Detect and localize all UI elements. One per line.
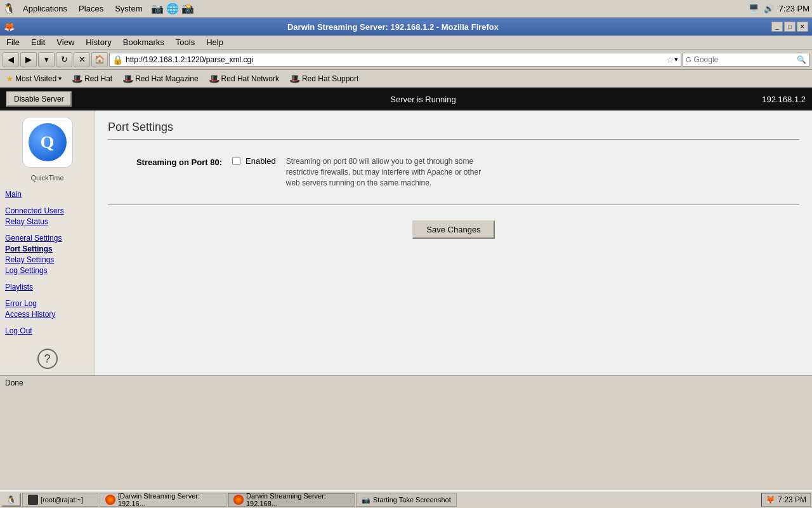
quicktime-q-letter: Q <box>41 132 55 152</box>
taskbar-darwin1-label: [Darwin Streaming Server: 192.16... <box>118 493 221 507</box>
search-submit-icon[interactable]: 🔍 <box>797 55 806 64</box>
os-apps-group: 🐧 Applications Places System 📷 🌐 📸 <box>3 3 194 15</box>
menu-file[interactable]: File <box>1 36 25 48</box>
sidebar-links: Main Connected Users Relay Status Genera… <box>5 189 89 336</box>
network-icon: 🖥️ <box>749 4 759 13</box>
most-visited-label: Most Visited <box>15 74 56 83</box>
title-bar: 🦊 Darwin Streaming Server: 192.168.1.2 -… <box>0 18 812 36</box>
tray-time: 7:23 PM <box>778 495 806 504</box>
status-text: Done <box>5 378 23 387</box>
menu-help[interactable]: Help <box>201 36 228 48</box>
save-changes-button[interactable]: Save Changes <box>412 220 494 239</box>
menu-edit[interactable]: Edit <box>26 36 50 48</box>
redhat-favicon-icon: 🎩 <box>72 74 82 84</box>
sidebar-item-playlists[interactable]: Playlists <box>5 282 89 292</box>
system-menu[interactable]: System <box>110 3 147 15</box>
sidebar-item-port-settings[interactable]: Port Settings <box>5 244 89 254</box>
reload-button[interactable]: ↻ <box>56 52 72 67</box>
search-engine-icon: G <box>686 56 691 64</box>
streaming-port-80-row: Streaming on Port 80: Enabled Streaming … <box>108 150 799 194</box>
sidebar-item-general-settings[interactable]: General Settings <box>5 233 89 243</box>
firefox-icon1 <box>105 495 115 505</box>
bookmark-red-hat-network[interactable]: 🎩 Red Hat Network <box>205 72 283 85</box>
menu-tools[interactable]: Tools <box>171 36 200 48</box>
sidebar-item-connected-users[interactable]: Connected Users <box>5 206 89 216</box>
sidebar-item-error-log[interactable]: Error Log <box>5 298 89 309</box>
camera3-icon: 📷 <box>362 496 370 504</box>
taskbar-screenshot-label: Starting Take Screenshot <box>373 496 451 504</box>
save-btn-row: Save Changes <box>108 215 799 244</box>
sidebar-item-relay-settings[interactable]: Relay Settings <box>5 255 89 265</box>
search-input[interactable] <box>694 55 797 64</box>
bookmark-red-hat-magazine[interactable]: 🎩 Red Hat Magazine <box>119 72 202 85</box>
url-text: http://192.168.1.2:1220/parse_xml.cgi <box>126 55 666 64</box>
back-button[interactable]: ◀ <box>3 52 19 67</box>
most-visited-chevron-icon: ▾ <box>58 75 62 82</box>
camera2-icon: 📸 <box>181 3 194 15</box>
url-icon: 🔒 <box>112 55 123 65</box>
bookmarks-bar: ★ Most Visited ▾ 🎩 Red Hat 🎩 Red Hat Mag… <box>0 70 812 88</box>
sidebar-item-log-settings[interactable]: Log Settings <box>5 265 89 276</box>
help-icon: ? <box>44 352 50 366</box>
os-logo-icon: 🐧 <box>3 3 15 15</box>
bookmark-star-icon[interactable]: ☆ <box>666 55 674 65</box>
sidebar-item-relay-status[interactable]: Relay Status <box>5 217 89 227</box>
clock: 7:23 PM <box>779 4 809 13</box>
enabled-label[interactable]: Enabled <box>246 156 276 166</box>
server-ip-text: 192.168.1.2 <box>762 95 806 104</box>
redhat-sup-favicon-icon: 🎩 <box>289 74 300 84</box>
main-content-panel: Port Settings Streaming on Port 80: Enab… <box>95 110 812 375</box>
taskbar-item-darwin2[interactable]: Darwin Streaming Server: 192.168... <box>228 493 355 507</box>
sidebar-item-access-history[interactable]: Access History <box>5 309 89 319</box>
most-visited-icon: ★ <box>6 74 13 83</box>
streaming-description: Streaming on port 80 will allow you to g… <box>286 156 489 188</box>
bookmark-red-hat-support[interactable]: 🎩 Red Hat Support <box>285 72 362 85</box>
window-controls: _ □ ✕ <box>771 22 808 32</box>
minimize-button[interactable]: _ <box>771 22 783 32</box>
applications-menu[interactable]: Applications <box>18 3 72 15</box>
sidebar-logo: Q <box>22 117 73 168</box>
bookmark-red-hat-label: Red Hat <box>84 74 112 83</box>
maximize-button[interactable]: □ <box>784 22 796 32</box>
menu-history[interactable]: History <box>81 36 116 48</box>
browser-icon2: 🌐 <box>166 3 179 15</box>
sidebar-item-main[interactable]: Main <box>5 189 89 199</box>
bookmark-red-hat-support-label: Red Hat Support <box>302 74 358 83</box>
server-header-bar: Disable Server Server is Running 192.168… <box>0 88 812 110</box>
window-title: Darwin Streaming Server: 192.168.1.2 - M… <box>15 22 771 32</box>
disable-server-button[interactable]: Disable Server <box>6 91 72 107</box>
os-top-bar: 🐧 Applications Places System 📷 🌐 📸 🖥️ 🔊 … <box>0 0 812 18</box>
close-button[interactable]: ✕ <box>797 22 808 32</box>
stop-button[interactable]: ✕ <box>74 52 90 67</box>
redhat-mag-favicon-icon: 🎩 <box>122 74 133 84</box>
streaming-enabled-checkbox[interactable] <box>232 157 240 165</box>
taskbar-item-darwin1[interactable]: [Darwin Streaming Server: 192.16... <box>100 493 226 507</box>
history-dropdown-button[interactable]: ▾ <box>38 52 55 67</box>
menu-bar: File Edit View History Bookmarks Tools H… <box>0 36 812 50</box>
audio-icon: 🔊 <box>764 4 774 13</box>
start-button[interactable]: 🐧 <box>1 493 21 507</box>
forward-button[interactable]: ▶ <box>20 52 37 67</box>
bookmark-red-hat[interactable]: 🎩 Red Hat <box>68 72 116 85</box>
menu-view[interactable]: View <box>51 36 79 48</box>
taskbar-item-screenshot[interactable]: 📷 Starting Take Screenshot <box>356 493 457 507</box>
bookmark-red-hat-magazine-label: Red Hat Magazine <box>135 74 198 83</box>
search-bar[interactable]: G 🔍 <box>683 53 809 67</box>
taskbar-item-terminal[interactable]: [root@rajat:~] <box>22 493 98 507</box>
sidebar-item-log-out[interactable]: Log Out <box>5 326 89 336</box>
taskbar: 🐧 [root@rajat:~] [Darwin Streaming Serve… <box>0 490 812 508</box>
terminal-icon <box>28 495 38 505</box>
url-dropdown-button[interactable]: ▾ <box>674 55 678 64</box>
quicktime-logo-icon: Q <box>29 123 67 161</box>
status-bar: Done <box>0 375 812 389</box>
bookmark-red-hat-network-label: Red Hat Network <box>221 74 279 83</box>
help-button[interactable]: ? <box>37 349 58 369</box>
places-menu[interactable]: Places <box>74 3 108 15</box>
home-button[interactable]: 🏠 <box>91 52 108 67</box>
menu-bookmarks[interactable]: Bookmarks <box>118 36 169 48</box>
taskbar-darwin2-label: Darwin Streaming Server: 192.168... <box>246 493 349 507</box>
start-icon: 🐧 <box>6 495 16 504</box>
url-bar[interactable]: 🔒 http://192.168.1.2:1220/parse_xml.cgi … <box>109 53 681 67</box>
streaming-port-label: Streaming on Port 80: <box>121 156 222 167</box>
most-visited-bookmark[interactable]: ★ Most Visited ▾ <box>3 73 65 84</box>
